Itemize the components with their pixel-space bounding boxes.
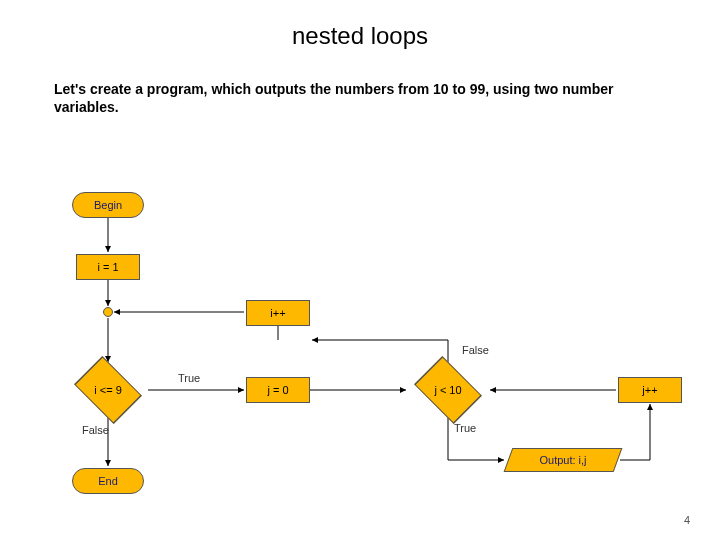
page-number: 4 [684, 514, 690, 526]
process-inc-i: i++ [246, 300, 310, 326]
decision-i-label: i <= 9 [94, 384, 122, 396]
edge-label-true-1: True [178, 372, 200, 384]
process-init-i: i = 1 [76, 254, 140, 280]
edge-label-false-1: False [82, 424, 109, 436]
edge-label-true-2: True [454, 422, 476, 434]
decision-j-lt-10: j < 10 [406, 362, 490, 418]
process-inc-j: j++ [618, 377, 682, 403]
flowchart-canvas: Begin i = 1 i++ i <= 9 j = 0 j < 10 j++ … [0, 0, 720, 540]
io-output-label: Output: i,j [509, 449, 617, 471]
junction-dot [103, 307, 113, 317]
process-init-j: j = 0 [246, 377, 310, 403]
terminator-end: End [72, 468, 144, 494]
decision-i-le-9: i <= 9 [66, 362, 150, 418]
edge-label-false-2: False [462, 344, 489, 356]
io-output: Output: i,j [504, 448, 623, 472]
terminator-begin: Begin [72, 192, 144, 218]
decision-j-label: j < 10 [434, 384, 461, 396]
